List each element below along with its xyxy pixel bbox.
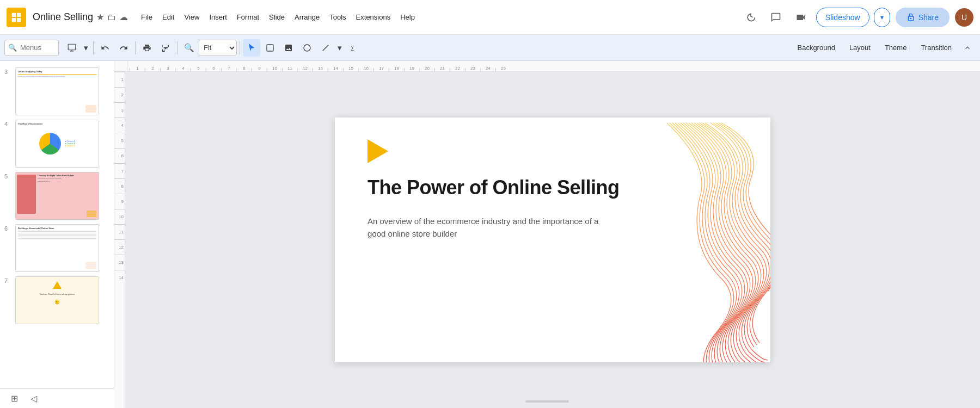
search-icon: 🔍 xyxy=(8,44,17,52)
h-tick-24: 24 xyxy=(480,68,495,71)
menu-edit[interactable]: Edit xyxy=(158,11,179,23)
share-label: Share xyxy=(918,13,939,22)
menu-tools[interactable]: Tools xyxy=(325,11,350,23)
slide3-text: Lorem ipsum dolor sit amet consectetur a… xyxy=(18,76,96,77)
menu-arrange[interactable]: Arrange xyxy=(290,11,324,23)
slide4-title: The Rise of Ecommerce xyxy=(16,120,99,127)
h-tick-1: 1 xyxy=(130,68,145,71)
line-dropdown[interactable]: ▾ xyxy=(335,39,344,57)
doc-title[interactable]: Online Selling xyxy=(33,11,93,23)
slide5-content: Choosing the Right Online Store Builder … xyxy=(38,175,97,183)
grid-view-button[interactable]: ⊞ xyxy=(7,391,22,406)
slide-main-title[interactable]: The Power of Online Selling xyxy=(367,176,620,199)
ruler-corner xyxy=(114,61,127,72)
shape-button[interactable] xyxy=(261,39,279,57)
collapse-toolbar-button[interactable] xyxy=(959,40,976,56)
paint-format-button[interactable] xyxy=(157,39,174,57)
slide-thumb-4: The Rise of Ecommerce ■ Category A ■ Cat… xyxy=(15,120,99,168)
slide-item-4[interactable]: 4 The Rise of Ecommerce ■ Category A ■ C… xyxy=(0,118,114,170)
h-tick-13: 13 xyxy=(313,68,328,71)
slide-thumb-7: Thank you. Please feel free to ask any q… xyxy=(15,276,99,324)
search-wrap: 🔍 xyxy=(4,40,59,56)
top-right-controls: Slideshow ▾ Share U xyxy=(741,8,973,27)
slide-item-5[interactable]: 5 Choosing the Right Online Store Builde… xyxy=(0,170,114,222)
transition-button[interactable]: Transition xyxy=(914,40,958,56)
theme-button[interactable]: Theme xyxy=(878,40,913,56)
camera-button[interactable] xyxy=(791,8,811,27)
menu-file[interactable]: File xyxy=(137,11,157,23)
h-tick-17: 17 xyxy=(373,68,389,71)
share-button[interactable]: Share xyxy=(896,8,950,27)
slide-decoration-svg xyxy=(596,118,770,362)
menu-extensions[interactable]: Extensions xyxy=(352,11,395,23)
layout-button[interactable]: Layout xyxy=(843,40,877,56)
slide-play-icon xyxy=(367,139,388,163)
slide3-line xyxy=(18,74,96,75)
v-tick-1: 1 xyxy=(114,72,125,87)
slideshow-label: Slideshow xyxy=(825,13,860,22)
slide-item-3[interactable]: 3 Online Shopping Today Lorem ipsum dolo… xyxy=(0,65,114,118)
horizontal-ruler: 1 2 3 4 5 6 7 8 9 10 11 12 13 14 15 16 1… xyxy=(114,61,980,72)
divider-4 xyxy=(240,41,240,54)
menu-format[interactable]: Format xyxy=(232,11,264,23)
v-tick-14: 14 xyxy=(114,270,125,285)
app-logo[interactable] xyxy=(7,8,26,27)
slide-panel: 3 Online Shopping Today Lorem ipsum dolo… xyxy=(0,61,114,408)
menu-view[interactable]: View xyxy=(180,11,204,23)
v-tick-4: 4 xyxy=(114,118,125,133)
slideshow-button[interactable]: Slideshow xyxy=(816,8,869,27)
slide4-chart: ■ Category A ■ Category B ■ Category C xyxy=(16,127,99,160)
h-tick-20: 20 xyxy=(419,68,434,71)
new-slide-dropdown[interactable]: ▾ xyxy=(82,39,90,57)
slide-number-3: 3 xyxy=(4,67,12,75)
image-button[interactable] xyxy=(280,39,297,57)
h-tick-7: 7 xyxy=(221,68,236,71)
menu-help[interactable]: Help xyxy=(396,11,419,23)
slideshow-dropdown-button[interactable]: ▾ xyxy=(874,8,890,27)
h-tick-14: 14 xyxy=(328,68,343,71)
slide6-title: Building a Successful Online Store xyxy=(16,225,99,231)
circle-button[interactable] xyxy=(298,39,316,57)
dropdown-icon: ▾ xyxy=(880,14,884,21)
background-button[interactable]: Background xyxy=(791,40,841,56)
cursor-tool-button[interactable] xyxy=(243,39,260,57)
equation-button[interactable]: ∑ xyxy=(345,39,363,57)
comment-button[interactable] xyxy=(766,8,786,27)
user-avatar[interactable]: U xyxy=(955,8,973,27)
h-tick-2: 2 xyxy=(145,68,160,71)
cloud-icon[interactable]: ☁ xyxy=(119,12,128,22)
zoom-icon-button[interactable]: 🔍 xyxy=(180,39,198,57)
slide5-decoration xyxy=(87,211,96,217)
v-tick-7: 7 xyxy=(114,163,125,178)
line-button[interactable] xyxy=(317,39,334,57)
bottom-bar: ⊞ ◁ xyxy=(0,388,114,408)
title-bar: Online Selling ★ 🗀 ☁ File Edit View Inse… xyxy=(0,0,980,35)
folder-icon[interactable]: 🗀 xyxy=(107,13,116,22)
slide-item-6[interactable]: 6 Building a Successful Online Store xyxy=(0,222,114,274)
slide3-decoration xyxy=(85,105,96,113)
svg-point-8 xyxy=(304,45,310,51)
v-tick-2: 2 xyxy=(114,87,125,102)
slide-main-subtitle[interactable]: An overview of the ecommerce industry an… xyxy=(367,215,618,240)
slide-item-7[interactable]: 7 Thank you. Please feel free to ask any… xyxy=(0,274,114,326)
menu-insert[interactable]: Insert xyxy=(205,11,231,23)
h-tick-9: 9 xyxy=(252,68,267,71)
undo-button[interactable] xyxy=(96,39,114,57)
history-button[interactable] xyxy=(741,8,761,27)
h-tick-3: 3 xyxy=(160,68,175,71)
star-icon[interactable]: ★ xyxy=(96,12,104,22)
new-slide-button[interactable] xyxy=(63,39,81,57)
menu-slide[interactable]: Slide xyxy=(265,11,289,23)
h-tick-25: 25 xyxy=(495,68,511,71)
h-tick-18: 18 xyxy=(389,68,404,71)
divider-1 xyxy=(93,41,94,54)
h-tick-16: 16 xyxy=(358,68,373,71)
panel-collapse-button[interactable]: ◁ xyxy=(26,391,41,406)
scroll-indicator xyxy=(525,400,569,403)
zoom-select[interactable]: Fit 50% 75% 100% 125% 150% xyxy=(199,40,237,56)
slide-canvas[interactable]: The Power of Online Selling An overview … xyxy=(335,118,770,362)
slide4-pie xyxy=(39,133,61,154)
svg-rect-0 xyxy=(12,13,16,16)
redo-button[interactable] xyxy=(115,39,132,57)
print-button[interactable] xyxy=(138,39,156,57)
